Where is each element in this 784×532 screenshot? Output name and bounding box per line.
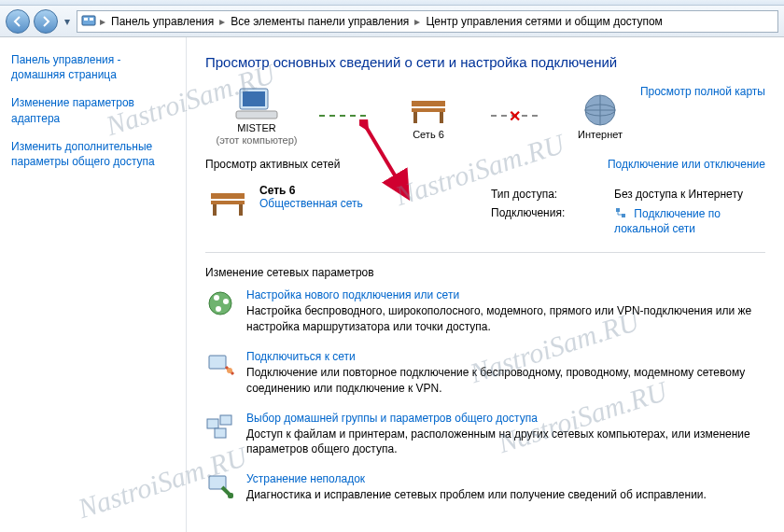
svg-line-12 <box>365 125 406 194</box>
setting-item-troubleshoot: Устранение неполадок Диагностика и испра… <box>205 472 765 503</box>
broken-x-icon: ✕ <box>509 107 521 125</box>
breadcrumb-item[interactable]: Центр управления сетями и общим доступом <box>424 15 665 28</box>
setting-desc: Доступ к файлам и принтерам, расположенн… <box>246 427 765 458</box>
settings-heading: Изменение сетевых параметров <box>205 266 765 279</box>
globe-icon <box>578 91 623 129</box>
breadcrumb-sep: ▸ <box>217 15 227 28</box>
active-networks-label: Просмотр активных сетей <box>205 158 340 171</box>
svg-rect-1 <box>84 18 88 21</box>
setting-item-homegroup: Выбор домашней группы и параметров общег… <box>205 412 765 458</box>
sidebar-link-home[interactable]: Панель управления - домашняя страница <box>11 52 175 82</box>
setting-desc: Подключение или повторное подключение к … <box>246 365 765 397</box>
svg-rect-4 <box>243 91 265 106</box>
computer-icon <box>234 85 279 122</box>
homegroup-icon <box>205 412 235 441</box>
svg-rect-25 <box>207 419 218 428</box>
connection-link[interactable]: Подключение по локальной сети <box>614 207 721 235</box>
svg-rect-17 <box>616 208 620 212</box>
main-panel: Просмотр основных сведений о сети и наст… <box>187 37 784 532</box>
svg-rect-16 <box>239 204 243 216</box>
toolbar: ▾ ▸ Панель управления ▸ Все элементы пан… <box>0 6 784 37</box>
breadcrumb-item[interactable]: Все элементы панели управления <box>229 15 411 28</box>
setting-link[interactable]: Устранение неполадок <box>246 472 707 485</box>
setting-item-new-connection: Настройка нового подключения или сети На… <box>205 288 765 335</box>
svg-rect-15 <box>213 204 217 216</box>
breadcrumb[interactable]: ▸ Панель управления ▸ Все элементы панел… <box>77 10 778 33</box>
sidebar: Панель управления - домашняя страница Из… <box>0 37 187 532</box>
map-computer-name: MISTER <box>237 122 276 134</box>
svg-rect-27 <box>215 428 226 438</box>
troubleshoot-icon <box>205 472 235 502</box>
svg-rect-2 <box>90 18 93 21</box>
setting-desc: Диагностика и исправление сетевых пробле… <box>246 487 707 503</box>
svg-rect-26 <box>220 415 231 425</box>
svg-point-24 <box>227 368 232 373</box>
access-type-label: Тип доступа: <box>485 186 607 203</box>
svg-point-19 <box>209 292 231 315</box>
nav-history-dropdown[interactable]: ▾ <box>62 10 73 33</box>
setting-link[interactable]: Настройка нового подключения или сети <box>246 288 765 301</box>
map-node-computer: MISTER (этот компьютер) <box>205 85 308 147</box>
svg-point-20 <box>214 295 219 301</box>
annotation-arrow <box>359 119 415 203</box>
sidebar-link-adapter[interactable]: Изменение параметров адаптера <box>11 95 175 125</box>
connect-network-icon <box>205 350 235 380</box>
full-map-link[interactable]: Просмотр полной карты <box>640 85 765 98</box>
sidebar-link-sharing[interactable]: Изменить дополнительные параметры общего… <box>11 139 175 169</box>
network-map: MISTER (этот компьютер) Сеть 6 ✕ Интерне… <box>205 85 765 147</box>
bench-icon <box>205 184 250 224</box>
lan-icon <box>614 206 627 222</box>
svg-rect-7 <box>412 108 445 112</box>
setting-link[interactable]: Выбор домашней группы и параметров общег… <box>246 412 765 425</box>
nav-forward-button[interactable] <box>34 9 58 34</box>
page-heading: Просмотр основных сведений о сети и наст… <box>205 54 765 70</box>
breadcrumb-sep: ▸ <box>413 15 422 28</box>
map-link <box>319 115 366 117</box>
svg-rect-29 <box>228 493 233 498</box>
breadcrumb-sep: ▸ <box>98 15 107 28</box>
active-network-block: Сеть 6 Общественная сеть Тип доступа: Бе… <box>205 178 765 253</box>
breadcrumb-item[interactable]: Панель управления <box>109 15 216 28</box>
setting-link[interactable]: Подключиться к сети <box>246 350 765 363</box>
svg-rect-9 <box>440 112 443 123</box>
access-type-row: Тип доступа: Без доступа к Интернету <box>485 186 763 203</box>
network-type-link[interactable]: Общественная сеть <box>259 197 363 210</box>
new-connection-icon <box>205 288 235 318</box>
setting-desc: Настройка беспроводного, широкополосного… <box>246 303 765 335</box>
svg-rect-13 <box>211 193 245 199</box>
svg-rect-23 <box>209 356 226 369</box>
svg-rect-14 <box>211 201 245 204</box>
svg-rect-6 <box>412 101 445 106</box>
access-type-value: Без доступа к Интернету <box>609 186 763 203</box>
svg-point-21 <box>223 299 229 304</box>
map-link-broken: ✕ <box>491 115 538 117</box>
svg-rect-5 <box>236 111 277 119</box>
map-internet-name: Интернет <box>578 129 623 141</box>
map-computer-sub: (этот компьютер) <box>216 134 297 147</box>
map-node-internet: Интернет <box>549 91 651 141</box>
setting-item-connect: Подключиться к сети Подключение или повт… <box>205 350 765 397</box>
svg-point-22 <box>216 306 221 312</box>
map-network-name: Сеть 6 <box>413 129 444 141</box>
nav-back-button[interactable] <box>6 9 30 34</box>
network-name: Сеть 6 <box>259 184 363 197</box>
connections-label: Подключения: <box>485 204 607 237</box>
connect-disconnect-link[interactable]: Подключение или отключение <box>608 158 765 171</box>
control-panel-icon <box>81 14 96 29</box>
